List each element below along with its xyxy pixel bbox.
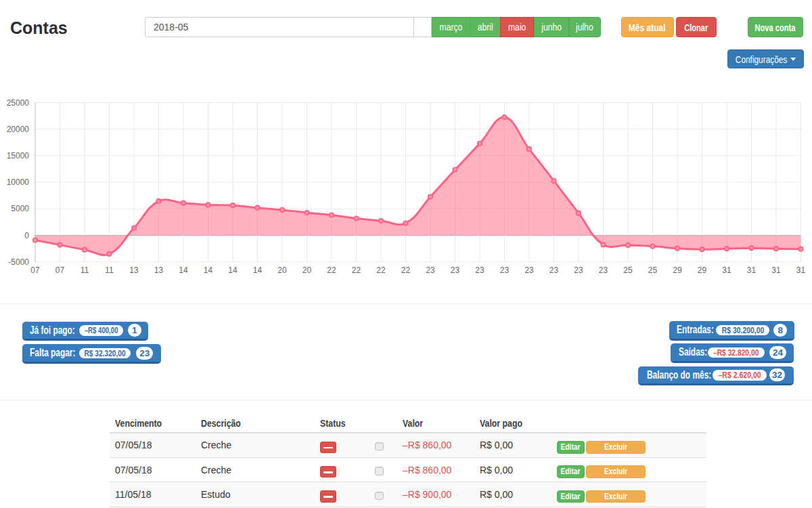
svg-text:23: 23 — [599, 266, 608, 275]
svg-text:07: 07 — [30, 266, 40, 275]
svg-text:25: 25 — [623, 266, 633, 275]
svg-text:23: 23 — [451, 266, 460, 275]
svg-text:31: 31 — [722, 266, 731, 275]
svg-text:29: 29 — [673, 266, 682, 275]
svg-text:20000: 20000 — [7, 125, 30, 134]
svg-text:22: 22 — [376, 266, 386, 275]
svg-text:23: 23 — [549, 266, 559, 275]
svg-text:13: 13 — [129, 266, 139, 275]
svg-text:-5000: -5000 — [8, 257, 29, 267]
svg-text:22: 22 — [352, 266, 361, 275]
svg-text:23: 23 — [524, 266, 534, 275]
svg-text:31: 31 — [796, 266, 806, 275]
svg-text:20: 20 — [277, 266, 287, 275]
svg-text:22: 22 — [327, 266, 336, 275]
svg-text:22: 22 — [401, 266, 411, 275]
svg-text:23: 23 — [426, 266, 435, 275]
svg-text:11: 11 — [81, 266, 89, 275]
svg-text:11: 11 — [105, 266, 114, 275]
svg-text:5000: 5000 — [11, 204, 29, 213]
svg-text:14: 14 — [204, 266, 213, 275]
svg-text:25000: 25000 — [7, 98, 30, 108]
svg-text:23: 23 — [475, 266, 484, 275]
svg-text:15000: 15000 — [7, 151, 30, 161]
svg-text:14: 14 — [253, 266, 263, 275]
svg-text:20: 20 — [302, 266, 312, 275]
svg-text:25: 25 — [648, 266, 658, 275]
svg-text:23: 23 — [500, 266, 510, 275]
svg-text:31: 31 — [747, 266, 757, 275]
svg-text:31: 31 — [771, 266, 781, 275]
svg-text:29: 29 — [698, 266, 707, 275]
svg-text:23: 23 — [574, 266, 583, 275]
svg-text:14: 14 — [228, 266, 238, 275]
svg-text:0: 0 — [24, 231, 29, 240]
svg-text:14: 14 — [179, 266, 188, 275]
svg-text:07: 07 — [55, 266, 65, 275]
svg-text:13: 13 — [154, 266, 164, 275]
svg-text:10000: 10000 — [7, 177, 30, 187]
